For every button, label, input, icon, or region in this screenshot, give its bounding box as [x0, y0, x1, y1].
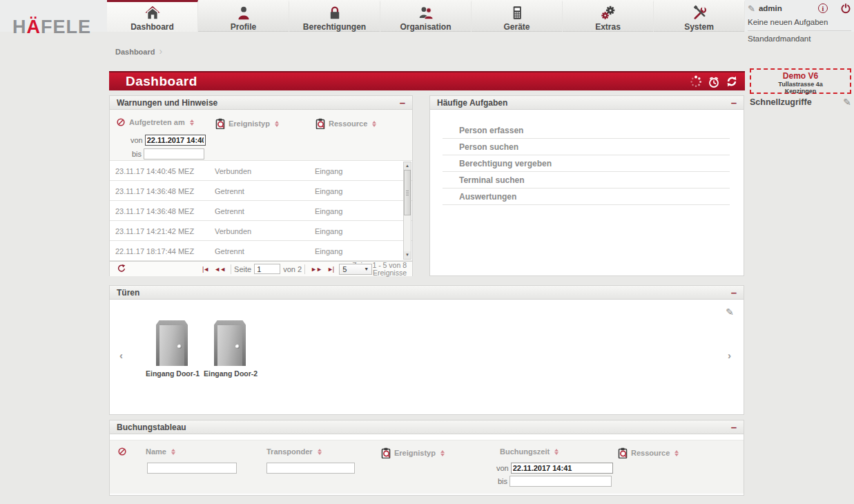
door-label: Eingang Door-1	[146, 369, 198, 378]
nav-tab-organisation[interactable]: Organisation	[380, 0, 472, 32]
door-image	[156, 320, 188, 366]
quick-access-panel: Schnellzugriffe ✎	[750, 97, 851, 108]
task-item-berechtigung-vergeben[interactable]: Berechtigung vergeben	[443, 155, 730, 172]
nav-tab-profile[interactable]: Profile	[198, 0, 289, 32]
bis-label: bis	[132, 150, 142, 158]
column-header-name[interactable]: Name	[146, 447, 175, 456]
page-size-select[interactable]: 5 ▼	[339, 264, 372, 275]
filter-von-input[interactable]	[511, 463, 613, 474]
info-icon[interactable]: i	[818, 3, 828, 13]
sort-icon[interactable]	[675, 450, 679, 456]
von-label: von	[130, 136, 143, 144]
von-label: von	[496, 464, 509, 472]
pager-page-label: Seite	[234, 265, 251, 273]
column-header-transponder[interactable]: Transponder	[266, 447, 322, 456]
task-item-person-erfassen[interactable]: Person erfassen	[443, 122, 730, 139]
refresh-icon[interactable]	[726, 75, 738, 88]
sort-icon[interactable]	[275, 121, 279, 127]
cell-type: Getrennt	[215, 187, 244, 195]
door-item[interactable]: Eingang Door-2	[204, 320, 256, 378]
edit-quick-access-icon[interactable]: ✎	[843, 97, 851, 108]
table-row[interactable]: 23.11.17 14:36:48 MEZ Getrennt Eingang	[110, 201, 412, 221]
door-item[interactable]: Eingang Door-1	[146, 320, 198, 378]
column-header-buchungszeit[interactable]: Buchungszeit	[500, 447, 559, 456]
edit-user-icon[interactable]: ✎	[748, 3, 755, 14]
quick-access-title: Schnellzugriffe	[750, 97, 812, 107]
page-title: Dashboard	[126, 74, 197, 89]
pager-page-input[interactable]	[254, 264, 280, 274]
nav-tab-berechtigungen[interactable]: Berechtigungen	[289, 0, 380, 32]
minimize-icon[interactable]: –	[731, 289, 737, 296]
vertical-scrollbar[interactable]: ▲ ▼	[403, 162, 411, 260]
scroll-down-icon[interactable]: ▼	[404, 251, 411, 259]
warnings-pager: |◄ ◄◄ Seite von 2 ►► ►| 5 ▼ Zeige 1 - 5 …	[110, 261, 412, 276]
task-item-auswertungen[interactable]: Auswertungen	[443, 188, 730, 205]
scrollbar-thumb[interactable]	[404, 170, 411, 215]
filter-bis-input[interactable]	[510, 476, 612, 487]
sort-icon[interactable]	[440, 450, 445, 456]
bis-label: bis	[498, 477, 507, 485]
minimize-icon[interactable]: –	[400, 99, 405, 106]
breadcrumb[interactable]: Dashboard›	[115, 46, 162, 57]
doors-prev-arrow[interactable]: ‹	[119, 349, 123, 361]
filter-transponder-input[interactable]	[266, 463, 355, 474]
nav-tab-geraete[interactable]: Geräte	[472, 0, 563, 32]
pager-total-label: von 2	[283, 265, 302, 273]
filter-von-input[interactable]	[145, 135, 206, 146]
reload-icon[interactable]	[117, 264, 126, 274]
nav-tab-dashboard[interactable]: Dashboard	[107, 0, 198, 32]
column-header-aufgetreten[interactable]: Aufgetreten am	[129, 118, 194, 126]
column-header-ereignistyp[interactable]: Ereignistyp	[380, 447, 445, 458]
cell-type: Verbunden	[215, 167, 251, 175]
pager-prev-button[interactable]: ◄◄	[211, 266, 228, 273]
nav-tab-system[interactable]: System	[654, 0, 745, 32]
pager-next-button[interactable]: ►►	[308, 266, 324, 273]
haefele-logo: HÄFELE	[12, 17, 91, 38]
table-row[interactable]: 23.11.17 14:36:48 MEZ Getrennt Eingang	[110, 181, 412, 201]
doors-panel-header: Türen –	[110, 286, 744, 300]
filter-bis-input[interactable]	[144, 148, 204, 159]
table-row[interactable]: 22.11.17 18:17:44 MEZ Getrennt Eingang	[110, 241, 412, 261]
edit-doors-icon[interactable]: ✎	[726, 307, 734, 318]
task-item-person-suchen[interactable]: Person suchen	[443, 139, 730, 155]
sort-icon[interactable]	[554, 449, 559, 455]
dialock-dashboard-app: HÄFELE Dashboard Profile Berechtigungen …	[0, 0, 854, 504]
spinner-icon[interactable]	[690, 75, 702, 88]
minimize-icon[interactable]: –	[731, 424, 737, 431]
cell-resource: Eingang	[315, 227, 342, 235]
scroll-up-icon[interactable]: ▲	[404, 162, 411, 170]
column-header-ereignistyp[interactable]: Ereignistyp	[215, 118, 279, 129]
table-row[interactable]: 23.11.17 14:21:42 MEZ Verbunden Eingang	[110, 221, 412, 241]
sort-icon[interactable]	[372, 121, 376, 127]
sort-icon[interactable]	[318, 449, 322, 455]
cell-resource: Eingang	[315, 247, 342, 255]
pager-first-button[interactable]: |◄	[200, 266, 211, 273]
door-knob	[177, 345, 182, 349]
booking-table-head: Name Transponder Ereignistyp Buchungszei…	[110, 440, 744, 494]
clipboard-search-icon	[215, 118, 226, 129]
doors-next-arrow[interactable]: ›	[728, 349, 731, 361]
clipboard-search-icon	[315, 118, 326, 129]
client-name[interactable]: Standardmandant	[748, 35, 851, 43]
power-icon[interactable]	[840, 3, 851, 14]
sort-icon[interactable]	[171, 449, 175, 455]
filter-name-input[interactable]	[147, 463, 237, 474]
nav-tab-label: Berechtigungen	[303, 22, 366, 32]
minimize-icon[interactable]: –	[731, 99, 737, 106]
column-header-ressource[interactable]: Ressource	[617, 447, 679, 458]
nav-tab-label: Profile	[231, 22, 256, 32]
cell-type: Verbunden	[215, 227, 251, 235]
task-item-terminal-suchen[interactable]: Terminal suchen	[443, 172, 730, 188]
tasks-panel: Häufige Aufgaben – Person erfassen Perso…	[429, 95, 744, 276]
client-demo-box[interactable]: Demo V6 Tullastrasse 4a Kenzingen	[750, 68, 851, 94]
column-header-ressource[interactable]: Ressource	[315, 118, 376, 129]
pager-last-button[interactable]: ►|	[324, 266, 336, 273]
sort-icon[interactable]	[190, 119, 194, 126]
table-row[interactable]: 23.11.17 14:40:45 MEZ Verbunden Eingang	[110, 161, 412, 181]
doors-panel-title: Türen	[117, 288, 139, 298]
alarm-clock-icon[interactable]	[708, 76, 720, 88]
breadcrumb-item[interactable]: Dashboard	[115, 48, 155, 56]
nav-tab-extras[interactable]: Extras	[563, 0, 654, 32]
nav-tab-label: Geräte	[503, 22, 530, 32]
tools-icon	[690, 5, 708, 21]
